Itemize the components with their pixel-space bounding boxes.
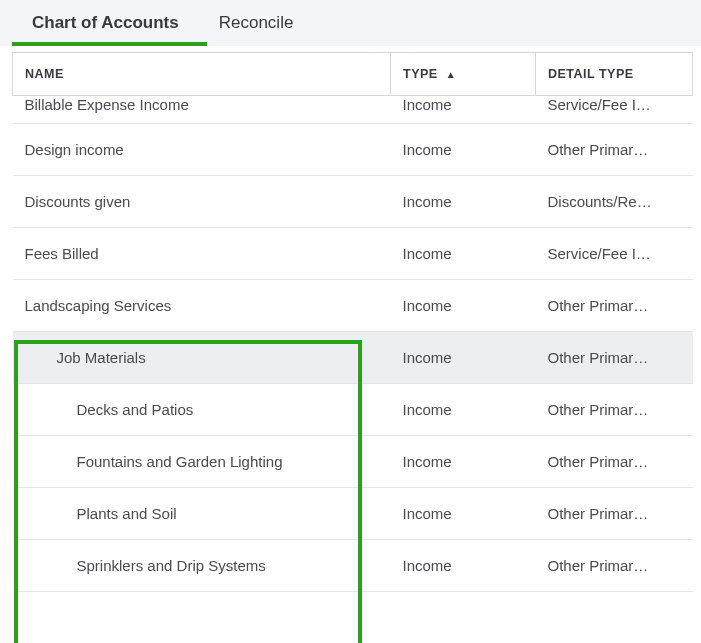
tab-reconcile[interactable]: Reconcile <box>199 0 314 46</box>
table-row[interactable]: Plants and SoilIncomeOther Primar… <box>13 488 693 540</box>
col-header-type-label: TYPE <box>403 67 438 81</box>
tab-bar: Chart of Accounts Reconcile <box>0 0 701 46</box>
cell-name: Billable Expense Income <box>13 96 391 124</box>
table-row[interactable]: Discounts givenIncomeDiscounts/Re… <box>13 176 693 228</box>
table-row[interactable]: Fees BilledIncomeService/Fee I… <box>13 228 693 280</box>
cell-type: Income <box>391 384 536 436</box>
table-row[interactable]: Billable Expense IncomeIncomeService/Fee… <box>13 96 693 124</box>
table-row[interactable]: Design incomeIncomeOther Primar… <box>13 124 693 176</box>
tab-chart-of-accounts[interactable]: Chart of Accounts <box>12 0 199 46</box>
cell-name: Fees Billed <box>13 228 391 280</box>
accounts-table-container: NAME TYPE ▲ DETAIL TYPE Billable Expense… <box>0 46 701 600</box>
col-header-type[interactable]: TYPE ▲ <box>391 53 536 96</box>
cell-type: Income <box>391 436 536 488</box>
account-name: Fountains and Garden Lighting <box>25 453 283 470</box>
cell-detail-type: Service/Fee I… <box>536 96 693 124</box>
cell-detail-type: Discounts/Re… <box>536 176 693 228</box>
accounts-table: NAME TYPE ▲ DETAIL TYPE Billable Expense… <box>12 52 693 592</box>
table-row[interactable]: Decks and PatiosIncomeOther Primar… <box>13 384 693 436</box>
cell-type: Income <box>391 96 536 124</box>
account-name: Decks and Patios <box>25 401 194 418</box>
cell-type: Income <box>391 228 536 280</box>
cell-name: Decks and Patios <box>13 384 391 436</box>
sort-asc-icon: ▲ <box>446 69 456 80</box>
cell-name: Discounts given <box>13 176 391 228</box>
cell-detail-type: Other Primar… <box>536 540 693 592</box>
cell-name: Job Materials <box>13 332 391 384</box>
account-name: Job Materials <box>25 349 146 366</box>
cell-type: Income <box>391 124 536 176</box>
cell-type: Income <box>391 280 536 332</box>
table-row[interactable]: Fountains and Garden LightingIncomeOther… <box>13 436 693 488</box>
account-name: Plants and Soil <box>25 505 177 522</box>
table-row[interactable]: Job MaterialsIncomeOther Primar… <box>13 332 693 384</box>
account-name: Design income <box>25 141 124 158</box>
account-name: Sprinklers and Drip Systems <box>25 557 266 574</box>
cell-name: Sprinklers and Drip Systems <box>13 540 391 592</box>
cell-detail-type: Other Primar… <box>536 332 693 384</box>
cell-detail-type: Other Primar… <box>536 488 693 540</box>
cell-detail-type: Other Primar… <box>536 124 693 176</box>
cell-detail-type: Other Primar… <box>536 280 693 332</box>
cell-name: Plants and Soil <box>13 488 391 540</box>
cell-name: Design income <box>13 124 391 176</box>
cell-type: Income <box>391 332 536 384</box>
account-name: Fees Billed <box>25 245 99 262</box>
account-name: Billable Expense Income <box>25 96 189 113</box>
cell-detail-type: Other Primar… <box>536 384 693 436</box>
cell-type: Income <box>391 540 536 592</box>
cell-name: Fountains and Garden Lighting <box>13 436 391 488</box>
cell-type: Income <box>391 176 536 228</box>
table-row[interactable]: Sprinklers and Drip SystemsIncomeOther P… <box>13 540 693 592</box>
table-row[interactable]: Landscaping ServicesIncomeOther Primar… <box>13 280 693 332</box>
col-header-detail-type[interactable]: DETAIL TYPE <box>536 53 693 96</box>
account-name: Discounts given <box>25 193 131 210</box>
account-name: Landscaping Services <box>25 297 172 314</box>
cell-detail-type: Service/Fee I… <box>536 228 693 280</box>
col-header-name[interactable]: NAME <box>13 53 391 96</box>
cell-type: Income <box>391 488 536 540</box>
cell-name: Landscaping Services <box>13 280 391 332</box>
cell-detail-type: Other Primar… <box>536 436 693 488</box>
